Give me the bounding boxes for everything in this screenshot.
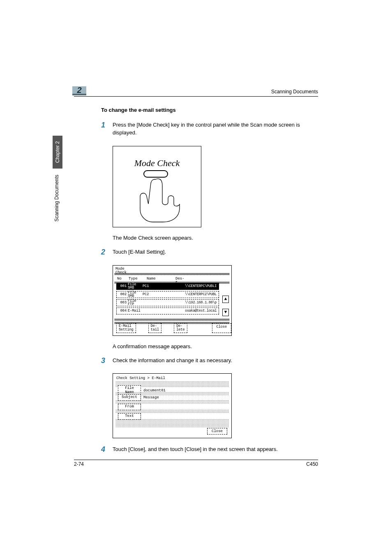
screen-title: Check Setting > E-Mail	[116, 376, 165, 380]
section-heading: To change the e-mail settings	[101, 107, 319, 113]
step-body: Check the information and change it as n…	[113, 357, 319, 369]
mode-check-key-illustration: Mode Check	[113, 146, 201, 227]
model-number: C450	[306, 461, 318, 467]
table-rows: 001 File SMB PC1 \\CENTERPC\PUBLI 002 Fi…	[116, 283, 219, 316]
step-body: Touch [Close], and then touch [Close] in…	[113, 446, 319, 458]
key-label: Mode Check	[113, 158, 201, 169]
header-rule	[74, 96, 318, 97]
page-header: Scanning Documents 2	[74, 89, 318, 97]
table-row[interactable]: 002 File SMB PC2 \\CENTERPC2\PUBL	[116, 291, 219, 298]
divider-dots	[115, 319, 230, 321]
table-row[interactable]: 001 File SMB PC1 \\CENTERPC\PUBLI	[116, 283, 219, 290]
step-body: Touch [E-Mail Setting].	[113, 248, 319, 260]
section-tab-label: Scanning Documents	[54, 175, 60, 222]
dots-region	[115, 400, 229, 404]
chapter-tab-label: Chapter 2	[53, 136, 62, 169]
running-head: Scanning Documents	[74, 89, 318, 95]
footer-row: 2-74 C450	[74, 461, 318, 467]
bottom-buttons: E-MailSetting De-tail De-lete Close	[116, 323, 228, 333]
detail-button[interactable]: De-tail	[148, 323, 161, 333]
chapter-badge: 2	[72, 86, 86, 95]
dots-region	[115, 409, 229, 413]
scroll-down-button[interactable]: ▼	[222, 309, 229, 316]
table-row[interactable]: 004 E-Mail osaka@test.local	[116, 308, 219, 314]
step-1-followup: The Mode Check screen appears.	[113, 235, 319, 241]
step-number: 3	[101, 357, 113, 369]
email-setting-button[interactable]: E-MailSetting	[116, 323, 136, 333]
close-button[interactable]: Close	[212, 323, 232, 333]
table-row[interactable]: 003 File FTP \\192.168.1.80\p	[116, 299, 219, 306]
step-text: Press the [Mode Check] key in the contro…	[113, 121, 319, 137]
finger-icon	[131, 173, 189, 223]
content: To change the e-mail settings 1 Press th…	[101, 107, 319, 462]
subject-value: Message	[143, 395, 159, 400]
step-text: Touch [Close], and then touch [Close] in…	[113, 446, 319, 453]
delete-button[interactable]: De-lete	[174, 323, 187, 333]
step-number: 4	[101, 446, 113, 458]
scroll-up-button[interactable]: ▲	[222, 296, 229, 303]
figure-mode-check-key: Mode Check	[113, 146, 319, 227]
page-footer: 2-74 C450	[74, 460, 318, 467]
step-number: 2	[101, 248, 113, 260]
step-2: 2 Touch [E-Mail Setting].	[101, 248, 319, 260]
step-2-followup: A confirmation message appears.	[113, 343, 319, 349]
page-number: 2-74	[74, 461, 84, 467]
email-setting-screen: Check Setting > E-Mail FileName document…	[113, 373, 232, 438]
divider-dots	[115, 273, 230, 275]
close-button[interactable]: Close	[207, 428, 227, 435]
footer-rule	[74, 460, 318, 460]
step-1: 1 Press the [Mode Check] key in the cont…	[101, 121, 319, 141]
step-3: 3 Check the information and change it as…	[101, 357, 319, 369]
step-number: 1	[101, 121, 113, 141]
step-text: Check the information and change it as n…	[113, 357, 319, 365]
mode-check-screen: Mode Check No Type Name Des-t. 001 File …	[113, 265, 232, 336]
figure-mode-check-screen: Mode Check No Type Name Des-t. 001 File …	[113, 265, 319, 336]
step-4: 4 Touch [Close], and then touch [Close] …	[101, 446, 319, 458]
step-body: Press the [Mode Check] key in the contro…	[113, 121, 319, 141]
step-text: Touch [E-Mail Setting].	[113, 248, 319, 256]
dots-region	[115, 419, 229, 428]
side-tab: Chapter 2 Scanning Documents	[53, 136, 62, 243]
figure-email-setting-screen: Check Setting > E-Mail FileName document…	[113, 373, 319, 438]
